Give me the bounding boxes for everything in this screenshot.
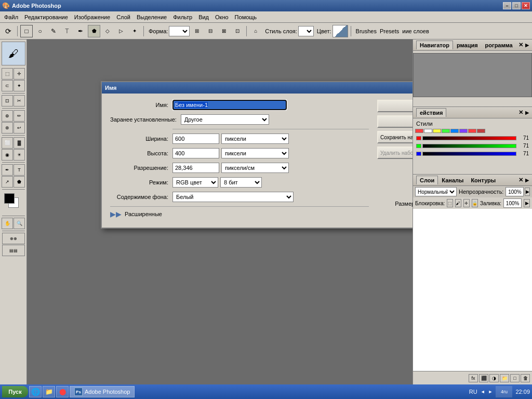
layers-arrow-icon[interactable]: ▶ bbox=[525, 178, 529, 183]
toolbar-shape-tool-3[interactable]: ▷ bbox=[115, 25, 127, 37]
tool-extra-2[interactable]: ▤▤ bbox=[2, 245, 25, 256]
color-swatch-red[interactable] bbox=[415, 129, 423, 133]
stili-sloya-select[interactable] bbox=[298, 26, 314, 36]
color-swatch-blue[interactable] bbox=[450, 129, 459, 133]
ok-button[interactable]: OK bbox=[377, 100, 413, 112]
color-swatch-yellow[interactable] bbox=[433, 129, 441, 133]
taskbar-ie-icon[interactable]: 🌐 bbox=[29, 386, 42, 397]
actions-close-icon[interactable]: ✕ bbox=[518, 109, 523, 116]
lock-transparent-btn[interactable]: ⬚ bbox=[447, 199, 453, 207]
color-swatch-white[interactable] bbox=[424, 129, 432, 133]
menu-edit[interactable]: Редактирование bbox=[21, 13, 71, 21]
opacity-arrow-btn[interactable]: ▶ bbox=[525, 188, 530, 196]
opacity-input[interactable] bbox=[506, 187, 524, 196]
tool-move[interactable]: ✛ bbox=[14, 68, 25, 79]
toolbar-btn-1[interactable]: ⊞ bbox=[191, 25, 203, 37]
toolbar-brush-tool[interactable]: ✎ bbox=[47, 25, 60, 37]
tool-path-select[interactable]: ↗ bbox=[2, 176, 13, 188]
navigator-close-icon[interactable]: ✕ bbox=[518, 42, 523, 48]
tool-crop[interactable]: ⊡ bbox=[2, 95, 13, 107]
toolbar-btn-5[interactable]: ⌂ bbox=[249, 25, 262, 37]
close-button[interactable]: ✕ bbox=[522, 2, 530, 9]
menu-window[interactable]: Окно bbox=[212, 13, 232, 21]
taskbar-media-icon[interactable]: ⬤ bbox=[56, 386, 69, 397]
menu-file[interactable]: Файл bbox=[1, 13, 21, 21]
layer-adj-btn[interactable]: ◑ bbox=[489, 374, 499, 382]
color-swatch-red2[interactable] bbox=[468, 129, 476, 133]
color-swatch-darkred[interactable] bbox=[477, 129, 485, 133]
color-swatch-green[interactable] bbox=[442, 129, 450, 133]
menu-select[interactable]: Выделение bbox=[134, 13, 170, 21]
taskbar-folder-icon[interactable]: 📁 bbox=[43, 386, 55, 397]
tool-lasso[interactable]: ⊂ bbox=[2, 80, 13, 91]
save-preset-button[interactable]: Сохранить набор установок.... bbox=[377, 131, 413, 143]
tool-extra-1[interactable]: ⊕⊕ bbox=[2, 233, 25, 244]
navigator-tab[interactable]: Навигатор bbox=[416, 41, 453, 49]
color-swatches[interactable] bbox=[4, 193, 23, 212]
sloi-tab[interactable]: Слои bbox=[416, 176, 438, 184]
programma-tab[interactable]: рограмма bbox=[482, 41, 516, 50]
menu-filter[interactable]: Фильтр bbox=[170, 13, 195, 21]
tool-zoom[interactable]: 🔍 bbox=[14, 218, 25, 229]
menu-view[interactable]: Вид bbox=[195, 13, 212, 21]
lang-label[interactable]: RU bbox=[469, 389, 477, 395]
actions-arrow-icon[interactable]: ▶ bbox=[525, 110, 529, 115]
color-picker-btn[interactable] bbox=[332, 25, 348, 37]
toolbar-text-tool[interactable]: T bbox=[61, 25, 73, 37]
delete-preset-button[interactable]: Удалить набор установок.... bbox=[377, 147, 413, 159]
width-unit-select[interactable]: пиксели bbox=[221, 134, 289, 144]
layer-delete-btn[interactable]: 🗑 bbox=[521, 374, 530, 382]
fill-arrow-btn[interactable]: ▶ bbox=[524, 199, 530, 207]
height-input[interactable] bbox=[172, 148, 219, 158]
tool-history-brush[interactable]: ↩ bbox=[14, 122, 25, 134]
tool-heal[interactable]: ⊕ bbox=[2, 110, 13, 122]
menu-layer[interactable]: Слой bbox=[113, 13, 134, 21]
lock-all-btn[interactable]: 🔒 bbox=[472, 199, 478, 207]
resolution-unit-select[interactable]: пиксели/см bbox=[221, 163, 289, 173]
tool-slice[interactable]: ✂ bbox=[14, 95, 25, 107]
toolbar-move-tool[interactable]: ⟳ bbox=[2, 25, 15, 37]
toolbar-shape-tool-1[interactable]: ⬟ bbox=[88, 25, 100, 37]
layer-mask-btn[interactable]: ⬛ bbox=[479, 374, 488, 382]
taskbar-ps-item[interactable]: Ps Adobe Photoshop bbox=[70, 386, 135, 397]
maximize-button[interactable]: □ bbox=[512, 2, 521, 9]
lock-move-btn[interactable]: ✛ bbox=[463, 199, 470, 207]
tool-selection-rect[interactable]: ⬚ bbox=[2, 68, 13, 79]
tool-dodge[interactable]: ☀ bbox=[14, 149, 25, 161]
color-swatch-purple[interactable] bbox=[459, 129, 468, 133]
tool-text[interactable]: T bbox=[14, 164, 25, 176]
tool-hand[interactable]: ✋ bbox=[2, 218, 13, 229]
layer-fx-btn[interactable]: fx bbox=[469, 374, 478, 382]
layer-group-btn[interactable]: 📁 bbox=[500, 374, 509, 382]
menu-help[interactable]: Помощь bbox=[232, 13, 260, 21]
tool-eraser[interactable]: ⬜ bbox=[2, 137, 13, 149]
tool-blur[interactable]: ◉ bbox=[2, 149, 13, 161]
minimize-button[interactable]: – bbox=[503, 2, 511, 9]
layer-new-btn[interactable]: □ bbox=[510, 374, 520, 382]
layers-close-icon[interactable]: ✕ bbox=[518, 177, 523, 183]
forma-select[interactable] bbox=[169, 26, 190, 36]
informaciya-tab[interactable]: рмация bbox=[453, 41, 482, 50]
navigator-arrow-icon[interactable]: ▶ bbox=[525, 43, 529, 48]
toolbar-rect-tool[interactable]: □ bbox=[20, 25, 33, 37]
bg-select[interactable]: Белый bbox=[172, 192, 294, 202]
tool-pencil[interactable]: ✏ bbox=[14, 110, 25, 122]
start-button[interactable]: Пуск bbox=[2, 386, 28, 397]
toolbar-btn-2[interactable]: ⊟ bbox=[204, 25, 217, 37]
toolbar-ellipse-tool[interactable]: ○ bbox=[34, 25, 46, 37]
tool-pen[interactable]: ✒ bbox=[2, 164, 13, 176]
stili-tab[interactable]: Стили bbox=[416, 121, 433, 127]
toolbar-btn-4[interactable]: ⊡ bbox=[231, 25, 244, 37]
toolbar-btn-3[interactable]: ⊠ bbox=[218, 25, 230, 37]
arrow-right-icon[interactable]: ► bbox=[488, 389, 493, 394]
preset-select[interactable]: Другое bbox=[181, 114, 269, 125]
resolution-input[interactable] bbox=[172, 163, 219, 173]
tool-gradient[interactable]: ▓ bbox=[14, 137, 25, 149]
kanaly-tab[interactable]: Каналы bbox=[438, 176, 467, 185]
menu-image[interactable]: Изображение bbox=[71, 13, 113, 21]
kontury-tab[interactable]: Контуры bbox=[467, 176, 499, 185]
advanced-toggle-icon[interactable]: ▶▶ bbox=[110, 210, 122, 218]
height-unit-select[interactable]: пиксели bbox=[221, 148, 289, 158]
toolbar-custom-shape[interactable]: ✦ bbox=[128, 25, 141, 37]
fill-input[interactable] bbox=[503, 198, 522, 208]
